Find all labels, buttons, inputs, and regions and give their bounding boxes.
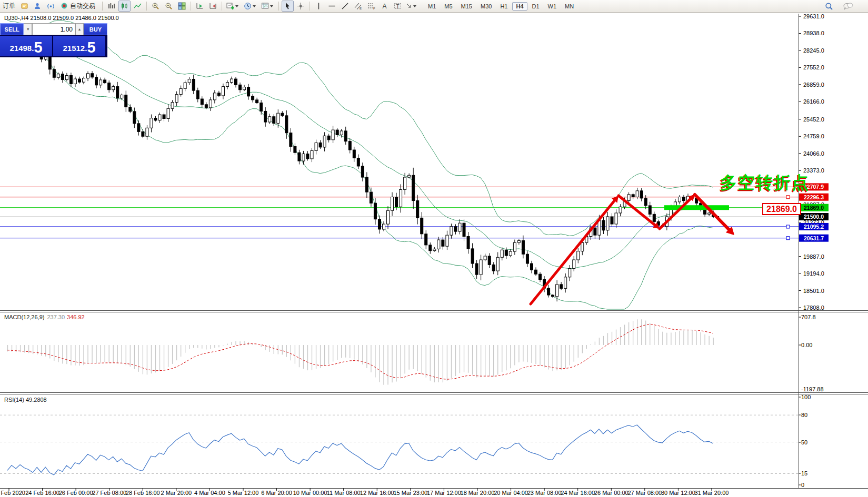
auto-scroll-icon[interactable] [194, 1, 206, 12]
tile-windows-icon[interactable] [176, 1, 188, 12]
chart-shift-icon[interactable] [207, 1, 219, 12]
candle [230, 79, 233, 83]
price-tick-label: 28245.0 [803, 47, 824, 54]
candle [319, 143, 322, 147]
price-tick-label: 18501.0 [803, 288, 824, 294]
candle [496, 257, 499, 271]
mt4-terminal: { "toolbar": { "order_label": "订单", "aut… [0, 0, 868, 497]
fibonacci-tool[interactable]: F [365, 1, 377, 12]
templates-button[interactable] [260, 1, 276, 12]
annotation-title[interactable]: 多空转折点 [720, 171, 810, 195]
buy-button[interactable]: BUY [84, 23, 107, 35]
svg-text:100: 100 [801, 394, 811, 400]
sell-button[interactable]: SELL [0, 23, 24, 35]
candle [154, 118, 157, 120]
timeframe-h4[interactable]: H4 [512, 2, 527, 11]
candle [209, 100, 212, 108]
candle [501, 250, 503, 257]
new-order-icon[interactable] [18, 1, 31, 12]
rsi-value: 49.2808 [26, 397, 47, 403]
market-watch-icon[interactable] [32, 1, 44, 12]
candle [416, 201, 419, 218]
timeframe-m30[interactable]: M30 [477, 2, 495, 11]
time-axis-label: 15 Mar 23:00 [393, 490, 427, 496]
candle [433, 249, 436, 250]
new-chart-button[interactable] [225, 1, 241, 12]
candlestick-chart-icon[interactable] [118, 1, 131, 12]
svg-text:15: 15 [801, 470, 807, 476]
candles-layer [6, 37, 715, 301]
cursor-tool[interactable] [282, 1, 294, 12]
candle [302, 154, 305, 161]
text-tool[interactable]: A [378, 1, 391, 12]
candle [530, 263, 533, 270]
volume-increase-button[interactable]: ▲ [75, 23, 84, 35]
hline-handle[interactable] [786, 237, 790, 240]
zigzag-segment[interactable] [531, 198, 616, 304]
timeframe-w1[interactable]: W1 [544, 2, 561, 11]
vertical-line-tool[interactable] [313, 1, 325, 12]
candle [517, 240, 520, 242]
candle [260, 103, 263, 111]
timeframe-m1[interactable]: M1 [424, 2, 440, 11]
timeframe-m5[interactable]: M5 [441, 2, 456, 11]
hline-handle[interactable] [786, 196, 790, 199]
candle [632, 195, 634, 197]
candle [217, 93, 220, 96]
timeframe-d1[interactable]: D1 [528, 2, 543, 11]
candle [442, 240, 444, 246]
candle [344, 131, 347, 141]
timeframe-m15[interactable]: M15 [457, 2, 476, 11]
timeframe-switcher: M1M5M15M30H1H4D1W1MN [424, 2, 578, 11]
text-label-tool[interactable]: T [392, 1, 404, 12]
green-zone[interactable] [664, 205, 729, 210]
bar-chart-icon[interactable] [105, 1, 117, 12]
search-icon[interactable] [823, 1, 835, 12]
candle [171, 103, 174, 109]
candle [112, 87, 115, 90]
zoom-out-icon[interactable] [163, 1, 175, 12]
timeframe-h1[interactable]: H1 [496, 2, 511, 11]
candle [163, 115, 165, 118]
volume-input[interactable] [32, 23, 75, 35]
candle [142, 131, 144, 136]
candle [577, 251, 580, 260]
candle [327, 136, 330, 139]
signal-icon[interactable] [45, 1, 57, 12]
candle [332, 130, 334, 140]
candle [458, 223, 461, 231]
candle [522, 240, 524, 254]
zoom-in-icon[interactable] [149, 1, 162, 12]
chat-icon[interactable] [842, 1, 854, 12]
volume-decrease-button[interactable]: ▼ [24, 23, 32, 35]
line-chart-icon[interactable] [132, 1, 144, 12]
time-axis-label: 24 Mar 16:00 [561, 490, 595, 496]
time-axis-label: 11 Mar 08:00 [327, 490, 361, 496]
time-axis-label: 17 Mar 12:00 [427, 490, 461, 496]
shapes-tool[interactable] [405, 1, 418, 12]
candle [83, 78, 85, 82]
symbol-ohlc-bar: DJ30-,H4 21508.0 21509.0 21486.0 21500.0 [4, 15, 119, 21]
candle [467, 236, 470, 248]
zigzag-segment[interactable] [660, 197, 693, 229]
trendline-tool[interactable] [339, 1, 351, 12]
auto-trading-button[interactable]: 自动交易 [58, 1, 99, 12]
sell-price[interactable]: 21498.5 [0, 36, 52, 56]
buy-price[interactable]: 21512.5 [53, 36, 105, 56]
zigzag-segment[interactable] [618, 196, 657, 227]
periods-button[interactable] [242, 1, 258, 12]
candle [361, 166, 364, 177]
annotation-level-box[interactable]: 21869.0 [762, 203, 801, 215]
horizontal-line-tool[interactable] [326, 1, 338, 12]
timeframe-mn[interactable]: MN [561, 2, 577, 11]
candle [547, 288, 550, 295]
order-button[interactable]: 订单 [1, 1, 17, 12]
candle [560, 285, 563, 288]
equidistant-channel-tool[interactable]: E [352, 1, 364, 12]
time-axis-label: 21 Feb 2020 [0, 490, 25, 496]
candle [87, 74, 89, 78]
hline-handle[interactable] [786, 225, 790, 228]
crosshair-tool[interactable] [295, 1, 307, 12]
time-axis-label: 27 Feb 08:00 [92, 490, 126, 496]
candle [425, 234, 427, 245]
